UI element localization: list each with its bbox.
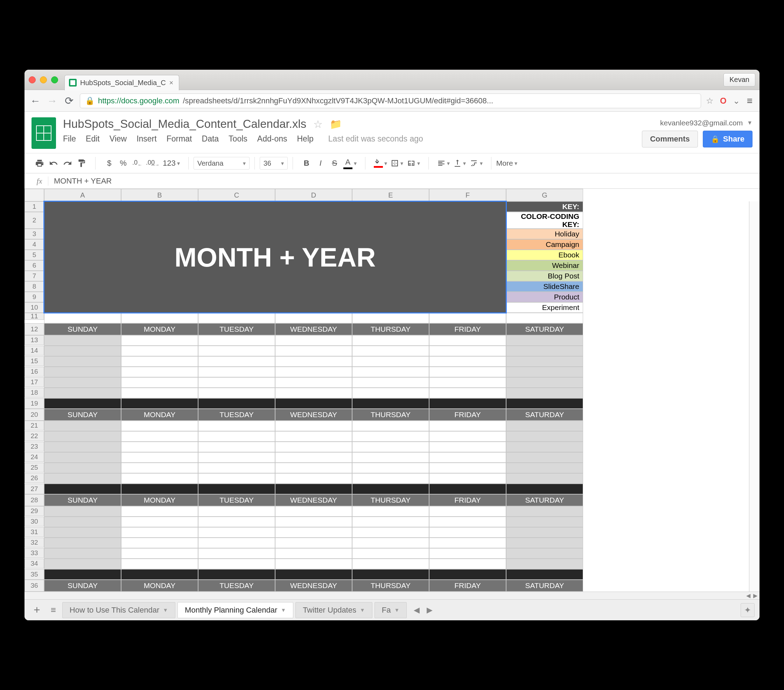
cell-D34[interactable] bbox=[275, 559, 352, 569]
paint-format-button[interactable] bbox=[76, 157, 87, 169]
cell-E26[interactable] bbox=[352, 473, 429, 484]
cell-B32[interactable] bbox=[121, 538, 198, 548]
cell-A16[interactable] bbox=[44, 367, 121, 377]
cell-B21[interactable] bbox=[121, 421, 198, 431]
cell-D13[interactable] bbox=[275, 335, 352, 346]
vertical-align-button[interactable]: ▾ bbox=[453, 157, 466, 169]
extension-icon[interactable]: O bbox=[720, 96, 726, 106]
tab-menu-caret-icon[interactable]: ▼ bbox=[281, 607, 286, 613]
cell-E16[interactable] bbox=[352, 367, 429, 377]
zoom-window-button[interactable] bbox=[51, 76, 58, 83]
row-header-26[interactable]: 26 bbox=[25, 473, 44, 483]
row-header-19[interactable]: 19 bbox=[25, 398, 44, 409]
decrease-decimal-button[interactable]: .0← bbox=[132, 157, 142, 169]
row-header-35[interactable]: 35 bbox=[25, 569, 44, 580]
borders-button[interactable]: ▾ bbox=[390, 157, 403, 169]
cell-C11[interactable] bbox=[198, 313, 275, 323]
cell-B26[interactable] bbox=[121, 473, 198, 484]
star-document-button[interactable]: ☆ bbox=[313, 118, 323, 130]
cell-F31[interactable] bbox=[429, 527, 506, 538]
italic-button[interactable]: I bbox=[315, 157, 326, 169]
row-header-10[interactable]: 10 bbox=[25, 302, 44, 313]
cell-F14[interactable] bbox=[429, 346, 506, 356]
menu-help[interactable]: Help bbox=[297, 134, 313, 144]
row-header-32[interactable]: 32 bbox=[25, 538, 44, 548]
cell-A33[interactable] bbox=[44, 548, 121, 559]
row-header-15[interactable]: 15 bbox=[25, 356, 44, 366]
cell-D24[interactable] bbox=[275, 452, 352, 463]
cell-G24[interactable] bbox=[506, 452, 583, 463]
cell-B11[interactable] bbox=[121, 313, 198, 323]
cell-A32[interactable] bbox=[44, 538, 121, 548]
tab-scroll-right-button[interactable]: ▶ bbox=[427, 606, 433, 615]
menu-add-ons[interactable]: Add-ons bbox=[257, 134, 287, 144]
explore-button[interactable]: ✦ bbox=[741, 603, 754, 617]
minimize-window-button[interactable] bbox=[40, 76, 47, 83]
cell-C16[interactable] bbox=[198, 367, 275, 377]
cell-A30[interactable] bbox=[44, 517, 121, 527]
cell-F34[interactable] bbox=[429, 559, 506, 569]
scroll-right-icon[interactable]: ▶ bbox=[753, 592, 758, 599]
cell-C18[interactable] bbox=[198, 388, 275, 398]
cell-D22[interactable] bbox=[275, 431, 352, 442]
browser-menu-button[interactable]: ≡ bbox=[745, 95, 754, 106]
undo-button[interactable] bbox=[48, 157, 59, 169]
row-header-31[interactable]: 31 bbox=[25, 527, 44, 537]
cell-G14[interactable] bbox=[506, 346, 583, 356]
cell-C21[interactable] bbox=[198, 421, 275, 431]
cell-F18[interactable] bbox=[429, 388, 506, 398]
text-wrap-button[interactable]: ▾ bbox=[469, 157, 483, 169]
cell-E18[interactable] bbox=[352, 388, 429, 398]
reload-button[interactable]: ⟳ bbox=[63, 95, 75, 107]
cell-B29[interactable] bbox=[121, 506, 198, 517]
cell-C33[interactable] bbox=[198, 548, 275, 559]
percent-format-button[interactable]: % bbox=[118, 157, 128, 169]
row-header-13[interactable]: 13 bbox=[25, 335, 44, 345]
cell-E21[interactable] bbox=[352, 421, 429, 431]
all-sheets-button[interactable]: ≡ bbox=[46, 604, 60, 616]
cell-F29[interactable] bbox=[429, 506, 506, 517]
cell-D18[interactable] bbox=[275, 388, 352, 398]
row-header-2[interactable]: 2 bbox=[25, 212, 44, 229]
row-header-4[interactable]: 4 bbox=[25, 239, 44, 250]
row-header-1[interactable]: 1 bbox=[25, 201, 44, 212]
cell-A23[interactable] bbox=[44, 442, 121, 452]
browser-tab[interactable]: HubSpots_Social_Media_C × bbox=[64, 75, 179, 90]
cell-G17[interactable] bbox=[506, 377, 583, 388]
cell-F25[interactable] bbox=[429, 463, 506, 473]
cell-E29[interactable] bbox=[352, 506, 429, 517]
cell-E31[interactable] bbox=[352, 527, 429, 538]
cell-B13[interactable] bbox=[121, 335, 198, 346]
row-header-25[interactable]: 25 bbox=[25, 463, 44, 472]
cell-C14[interactable] bbox=[198, 346, 275, 356]
cell-B33[interactable] bbox=[121, 548, 198, 559]
month-year-title-cell[interactable]: MONTH + YEAR bbox=[44, 201, 506, 313]
column-header-E[interactable]: E bbox=[352, 189, 429, 201]
row-header-27[interactable]: 27 bbox=[25, 484, 44, 494]
cell-A14[interactable] bbox=[44, 346, 121, 356]
cell-D23[interactable] bbox=[275, 442, 352, 452]
cell-A21[interactable] bbox=[44, 421, 121, 431]
cell-E14[interactable] bbox=[352, 346, 429, 356]
menu-format[interactable]: Format bbox=[166, 134, 192, 144]
move-folder-button[interactable]: 📁 bbox=[330, 118, 342, 130]
cell-B30[interactable] bbox=[121, 517, 198, 527]
menu-tools[interactable]: Tools bbox=[229, 134, 247, 144]
cell-F32[interactable] bbox=[429, 538, 506, 548]
cell-C34[interactable] bbox=[198, 559, 275, 569]
text-color-button[interactable]: A▾ bbox=[343, 157, 357, 169]
menu-data[interactable]: Data bbox=[202, 134, 219, 144]
cell-A18[interactable] bbox=[44, 388, 121, 398]
cell-C13[interactable] bbox=[198, 335, 275, 346]
horizontal-align-button[interactable]: ▾ bbox=[437, 157, 450, 169]
cell-E25[interactable] bbox=[352, 463, 429, 473]
document-title[interactable]: HubSpots_Social_Media_Content_Calendar.x… bbox=[63, 117, 306, 130]
cell-A24[interactable] bbox=[44, 452, 121, 463]
font-size-select[interactable]: 36▾ bbox=[260, 157, 288, 170]
cell-B22[interactable] bbox=[121, 431, 198, 442]
cell-D21[interactable] bbox=[275, 421, 352, 431]
cell-C30[interactable] bbox=[198, 517, 275, 527]
back-button[interactable]: ← bbox=[30, 95, 41, 107]
spreadsheet-grid[interactable]: ABCDEFG1MONTH + YEARKEY:2COLOR-CODING KE… bbox=[25, 189, 759, 592]
cell-B34[interactable] bbox=[121, 559, 198, 569]
